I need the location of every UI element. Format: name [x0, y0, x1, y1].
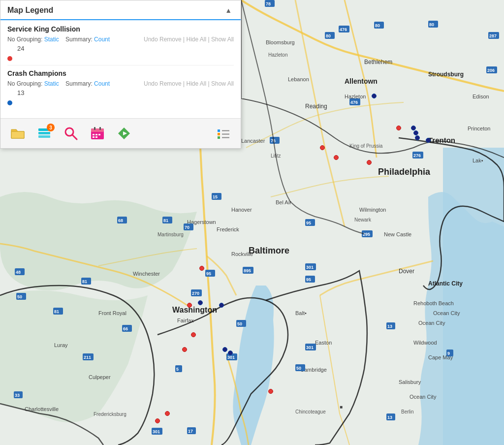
layer-meta-row-2: No Grouping: Static Summary: Count Undo … [7, 80, 234, 87]
red-marker-4[interactable] [165, 411, 170, 416]
svg-text:211: 211 [84, 355, 91, 360]
map-container: Baltimore Washington Philadelphia Trento… [0, 0, 504, 445]
svg-text:70: 70 [185, 225, 189, 230]
svg-text:13: 13 [387, 324, 392, 329]
legend-collapse-button[interactable]: ▲ [223, 5, 234, 15]
svg-rect-139 [93, 136, 94, 138]
svg-text:50: 50 [296, 366, 301, 371]
svg-text:50: 50 [237, 321, 242, 326]
svg-text:Lak•: Lak• [472, 158, 483, 163]
blue-marker-6[interactable] [415, 135, 420, 140]
dot-row-1 [7, 56, 234, 61]
svg-text:Dover: Dover [399, 268, 414, 275]
svg-text:Rehoboth Beach: Rehoboth Beach [413, 300, 454, 306]
svg-text:80: 80 [375, 23, 380, 28]
red-marker-6[interactable] [268, 389, 273, 394]
svg-line-131 [72, 135, 77, 139]
grouping-label-1: No Grouping: [7, 36, 42, 43]
summary-value-1[interactable]: Count [94, 36, 110, 43]
hide-all-link-2[interactable]: Hide All [186, 80, 206, 87]
svg-text:13: 13 [387, 415, 392, 420]
svg-text:5: 5 [176, 367, 179, 372]
layer-section-service-king: Service King Collision No Grouping: Stat… [7, 25, 234, 65]
blue-marker-1[interactable] [219, 303, 224, 308]
toolbar: 3 [0, 118, 241, 148]
layer-actions-1: Undo Remove | Hide All | Show All [144, 36, 234, 43]
legend-toggle-button[interactable] [211, 122, 236, 145]
count-value-1: 24 [17, 45, 24, 52]
blue-marker-4[interactable] [372, 94, 377, 98]
layers-button[interactable]: 3 [32, 122, 57, 145]
svg-text:Hanover: Hanover [231, 207, 252, 213]
svg-rect-129 [38, 135, 50, 138]
svg-text:301: 301 [306, 345, 314, 350]
svg-text:301: 301 [306, 265, 314, 270]
svg-text:Luray: Luray [54, 342, 68, 348]
red-marker-10[interactable] [396, 126, 401, 130]
blue-marker-5[interactable] [413, 130, 418, 135]
svg-text:Front Royal: Front Royal [98, 310, 126, 316]
legend-list-icon [216, 126, 231, 141]
red-marker-3[interactable] [182, 347, 187, 352]
svg-text:New Castle: New Castle [384, 231, 411, 237]
svg-rect-140 [95, 136, 97, 138]
svg-text:295: 295 [363, 232, 370, 237]
svg-text:95: 95 [206, 271, 211, 276]
blue-marker-2[interactable] [222, 347, 227, 352]
svg-text:81: 81 [54, 309, 59, 314]
red-marker-7[interactable] [320, 145, 325, 150]
red-marker-5[interactable] [155, 418, 160, 423]
svg-text:9: 9 [447, 351, 450, 356]
blue-marker-8[interactable] [411, 126, 416, 130]
svg-text:King of Prussia: King of Prussia [349, 143, 383, 149]
blue-marker-0[interactable] [198, 300, 203, 305]
svg-text:Rockville: Rockville [231, 251, 253, 257]
svg-text:Ocean City: Ocean City [418, 320, 445, 326]
svg-text:Newark: Newark [354, 217, 372, 222]
red-marker-1[interactable] [187, 303, 192, 308]
calendar-button[interactable] [85, 122, 110, 145]
grouping-value-2[interactable]: Static [44, 80, 59, 87]
grouping-value-1[interactable]: Static [44, 36, 59, 43]
red-marker-0[interactable] [199, 266, 204, 271]
red-dot-1 [7, 56, 12, 61]
svg-text:Ocean City: Ocean City [433, 310, 460, 316]
undo-remove-1: Undo Remove [144, 36, 182, 43]
count-value-2: 13 [17, 89, 24, 96]
svg-text:81: 81 [163, 218, 168, 223]
svg-text:95: 95 [306, 221, 311, 225]
red-marker-2[interactable] [191, 332, 196, 337]
layer-name-service-king: Service King Collision [7, 25, 234, 33]
hide-all-link-1[interactable]: Hide All [186, 36, 206, 43]
search-button[interactable] [59, 122, 83, 145]
svg-rect-133 [91, 128, 104, 132]
red-marker-9[interactable] [367, 160, 372, 165]
red-marker-8[interactable] [334, 155, 339, 160]
svg-text:80: 80 [429, 22, 434, 27]
svg-text:301: 301 [227, 355, 235, 360]
summary-value-2[interactable]: Count [94, 80, 110, 87]
directions-button[interactable] [112, 122, 136, 145]
svg-text:Philadelphia: Philadelphia [378, 167, 431, 177]
layer-meta-left-2: No Grouping: Static Summary: Count [7, 80, 110, 87]
svg-rect-134 [94, 127, 95, 130]
folder-button[interactable] [5, 122, 30, 145]
grouping-label-2: No Grouping: [7, 80, 42, 87]
svg-text:276: 276 [413, 153, 421, 158]
svg-text:301: 301 [153, 429, 160, 434]
blue-marker-7[interactable] [426, 138, 431, 143]
layer-section-crash-champions: Crash Champions No Grouping: Static Summ… [7, 69, 234, 109]
show-all-link-1[interactable]: Show All [211, 36, 234, 43]
svg-rect-143 [218, 129, 220, 132]
svg-text:48: 48 [16, 270, 21, 275]
layer-name-crash-champions: Crash Champions [7, 69, 234, 77]
svg-text:Lebanon: Lebanon [288, 76, 309, 82]
legend-title: Map Legend [7, 6, 53, 15]
calendar-icon [90, 126, 105, 141]
svg-rect-145 [218, 136, 220, 139]
blue-marker-3[interactable] [228, 350, 233, 355]
svg-text:Martinsburg: Martinsburg [158, 232, 184, 237]
svg-text:80: 80 [326, 33, 331, 38]
show-all-link-2[interactable]: Show All [211, 80, 234, 87]
blue-dot-1 [7, 100, 12, 105]
